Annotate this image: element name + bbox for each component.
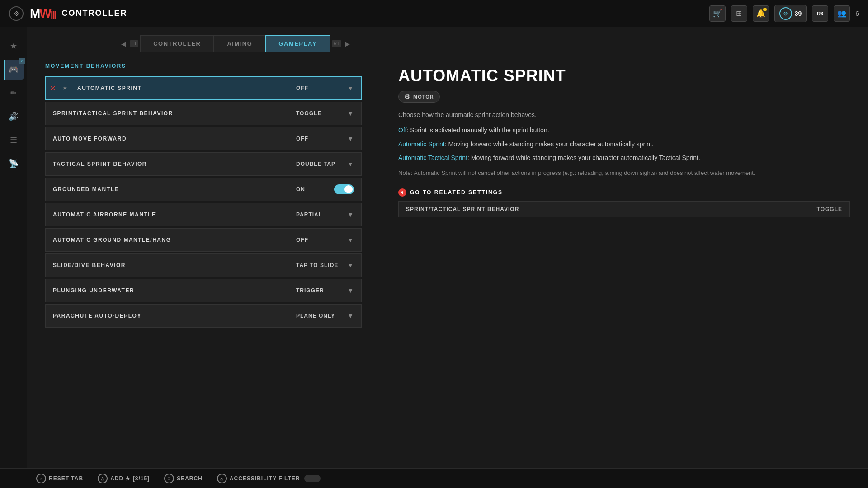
reset-tab-button[interactable]: ○ RESET TAB bbox=[36, 474, 83, 483]
accessibility-toggle[interactable] bbox=[304, 475, 321, 482]
search-circle-icon: □ bbox=[164, 474, 174, 483]
toggle-switch-grounded-mantle[interactable] bbox=[334, 184, 354, 194]
dropdown-arrow-icon: ▼ bbox=[347, 135, 354, 142]
accessibility-filter-button[interactable]: △ ACCESSIBILITY FILTER bbox=[217, 474, 321, 483]
setting-name-slide-dive: SLIDE/DIVE BEHAVIOR bbox=[46, 262, 281, 268]
sidebar-item-controller[interactable]: 🎮 2 bbox=[4, 60, 24, 80]
setting-value-plunging: TRIGGER ▼ bbox=[289, 287, 361, 294]
notification-icon[interactable]: 🔔 bbox=[753, 5, 769, 22]
star-icon[interactable]: ★ bbox=[59, 85, 70, 91]
sidebar-item-network[interactable]: 📡 bbox=[4, 154, 24, 174]
tab-controller[interactable]: CONTROLLER bbox=[140, 35, 214, 52]
store-icon[interactable]: 🛒 bbox=[709, 5, 726, 22]
setting-value-tactical-sprint-behavior: DOUBLE TAP ▼ bbox=[289, 160, 361, 168]
detail-badge: ⚙ MOTOR bbox=[398, 91, 440, 103]
sidebar-item-edit[interactable]: ✏ bbox=[4, 83, 24, 103]
detail-option-auto-sprint: Automatic Sprint: Moving forward while s… bbox=[398, 139, 850, 149]
sidebar-sub-icon: 2 bbox=[19, 58, 25, 64]
motor-icon: ⚙ bbox=[404, 93, 410, 100]
setting-row-slide-dive[interactable]: SLIDE/DIVE BEHAVIOR TAP TO SLIDE ▼ bbox=[45, 253, 362, 277]
detail-note: Note: Automatic Sprint will not cancel o… bbox=[398, 169, 850, 178]
topbar-right: 🛒 ⊞ 🔔 ◎ 39 R3 👥 6 bbox=[709, 5, 859, 22]
setting-row-plunging[interactable]: PLUNGING UNDERWATER TRIGGER ▼ bbox=[45, 279, 362, 302]
setting-value-ground-mantle: OFF ▼ bbox=[289, 236, 361, 244]
sidebar-item-interface[interactable]: ☰ bbox=[4, 130, 24, 150]
setting-value-grounded-mantle: ON bbox=[289, 184, 361, 194]
setting-row-grounded-mantle[interactable]: GROUNDED MANTLE ON bbox=[45, 178, 362, 201]
dropdown-arrow-icon: ▼ bbox=[347, 262, 354, 269]
related-item-name: SPRINT/TACTICAL SPRINT BEHAVIOR bbox=[406, 206, 519, 212]
add-favorite-button[interactable]: △ ADD ★ [8/15] bbox=[98, 474, 150, 483]
setting-row-sprint-tactical[interactable]: SPRINT/TACTICAL SPRINT BEHAVIOR TOGGLE ▼ bbox=[45, 102, 362, 125]
close-icon[interactable]: ✕ bbox=[46, 84, 59, 93]
tab-gameplay[interactable]: GAMEPLAY bbox=[265, 35, 330, 52]
panel-split: MOVEMENT BEHAVIORS ✕ ★ AUTOMATIC SPRINT … bbox=[27, 52, 868, 488]
tab-bar: ◀ L1 CONTROLLER AIMING GAMEPLAY R1 ▶ bbox=[27, 27, 868, 52]
tab-suffix: R1 bbox=[332, 40, 341, 47]
dropdown-arrow-icon: ▼ bbox=[347, 236, 354, 244]
setting-name-sprint-tactical: SPRINT/TACTICAL SPRINT BEHAVIOR bbox=[46, 110, 281, 117]
accessibility-circle-icon: △ bbox=[217, 474, 227, 483]
topbar: ⚙ MW||| CONTROLLER 🛒 ⊞ 🔔 ◎ 39 R3 👥 6 bbox=[0, 0, 868, 27]
sidebar-item-audio[interactable]: 🔊 bbox=[4, 107, 24, 127]
setting-value-airborne-mantle: PARTIAL ▼ bbox=[289, 211, 361, 218]
dropdown-arrow-icon: ▼ bbox=[347, 287, 354, 294]
sidebar-item-favorites[interactable]: ★ bbox=[4, 36, 24, 56]
friends-count: 6 bbox=[855, 10, 859, 17]
setting-row-auto-move[interactable]: AUTO MOVE FORWARD OFF ▼ bbox=[45, 127, 362, 150]
setting-row-parachute[interactable]: PARACHUTE AUTO-DEPLOY PLANE ONLY ▼ bbox=[45, 304, 362, 328]
main-layout: ★ 🎮 2 ✏ 🔊 ☰ 📡 ◀ L1 CONTROLLER AIMING GAM… bbox=[0, 27, 868, 488]
add-circle-icon: △ bbox=[98, 474, 108, 483]
setting-row-automatic-sprint[interactable]: ✕ ★ AUTOMATIC SPRINT OFF ▼ bbox=[45, 76, 362, 100]
setting-divider bbox=[285, 107, 285, 120]
settings-circle-icon[interactable]: ⚙ bbox=[9, 6, 24, 21]
setting-value-automatic-sprint: OFF ▼ bbox=[289, 84, 361, 92]
friends-icon[interactable]: 👥 bbox=[834, 5, 850, 22]
section-header: MOVEMENT BEHAVIORS bbox=[45, 63, 362, 69]
dropdown-arrow-icon: ▼ bbox=[347, 160, 354, 168]
sidebar: ★ 🎮 2 ✏ 🔊 ☰ 📡 bbox=[0, 27, 27, 488]
detail-description: Choose how the automatic sprint action b… bbox=[398, 110, 850, 120]
tab-prefix: L1 bbox=[130, 40, 138, 47]
section-divider bbox=[133, 66, 362, 66]
search-button[interactable]: □ SEARCH bbox=[164, 474, 203, 483]
tab-aiming[interactable]: AIMING bbox=[214, 35, 265, 52]
setting-value-parachute: PLANE ONLY ▼ bbox=[289, 312, 361, 319]
game-logo: MW||| bbox=[30, 6, 56, 21]
notification-dot bbox=[763, 8, 767, 11]
setting-row-airborne-mantle[interactable]: AUTOMATIC AIRBORNE MANTLE PARTIAL ▼ bbox=[45, 203, 362, 226]
related-item[interactable]: SPRINT/TACTICAL SPRINT BEHAVIOR TOGGLE bbox=[398, 201, 850, 217]
detail-option-auto-tactical: Automatic Tactical Sprint: Moving forwar… bbox=[398, 153, 850, 163]
setting-value-slide-dive: TAP TO SLIDE ▼ bbox=[289, 262, 361, 269]
related-title: R GO TO RELATED SETTINGS bbox=[398, 188, 850, 197]
level-number: 39 bbox=[795, 10, 802, 17]
setting-value-auto-move: OFF ▼ bbox=[289, 135, 361, 142]
setting-name-parachute: PARACHUTE AUTO-DEPLOY bbox=[46, 313, 281, 319]
right-panel: AUTOMATIC SPRINT ⚙ MOTOR Choose how the … bbox=[380, 52, 868, 488]
detail-option-tactical-separator: : bbox=[467, 154, 471, 161]
setting-name-tactical-sprint-behavior: TACTICAL SPRINT BEHAVIOR bbox=[46, 161, 281, 167]
grid-icon[interactable]: ⊞ bbox=[731, 5, 747, 22]
reset-circle-icon: ○ bbox=[36, 474, 46, 483]
bottom-bar: ○ RESET TAB △ ADD ★ [8/15] □ SEARCH △ AC… bbox=[0, 468, 868, 488]
setting-name-grounded-mantle: GROUNDED MANTLE bbox=[46, 186, 281, 192]
setting-divider bbox=[285, 157, 285, 171]
related-item-value: TOGGLE bbox=[817, 206, 842, 212]
setting-row-tactical-sprint-behavior[interactable]: TACTICAL SPRINT BEHAVIOR DOUBLE TAP ▼ bbox=[45, 152, 362, 176]
tab-prev-arrow[interactable]: ◀ bbox=[118, 37, 130, 51]
setting-name-airborne-mantle: AUTOMATIC AIRBORNE MANTLE bbox=[46, 211, 281, 218]
rank-badge[interactable]: R3 bbox=[812, 5, 828, 22]
detail-option-auto-separator: : bbox=[445, 141, 448, 148]
left-panel: MOVEMENT BEHAVIORS ✕ ★ AUTOMATIC SPRINT … bbox=[27, 52, 380, 488]
prestige-icon: ◎ bbox=[779, 7, 792, 20]
setting-divider bbox=[285, 132, 285, 145]
dropdown-arrow-icon: ▼ bbox=[347, 211, 354, 218]
toggle-knob bbox=[344, 185, 353, 193]
setting-divider bbox=[285, 183, 285, 196]
setting-divider bbox=[285, 284, 285, 297]
setting-name-automatic-sprint: AUTOMATIC SPRINT bbox=[70, 85, 281, 91]
topbar-left: ⚙ MW||| CONTROLLER bbox=[9, 6, 127, 21]
setting-name-auto-move: AUTO MOVE FORWARD bbox=[46, 136, 281, 142]
tab-next-arrow[interactable]: ▶ bbox=[341, 37, 354, 51]
setting-row-ground-mantle[interactable]: AUTOMATIC GROUND MANTLE/HANG OFF ▼ bbox=[45, 228, 362, 252]
